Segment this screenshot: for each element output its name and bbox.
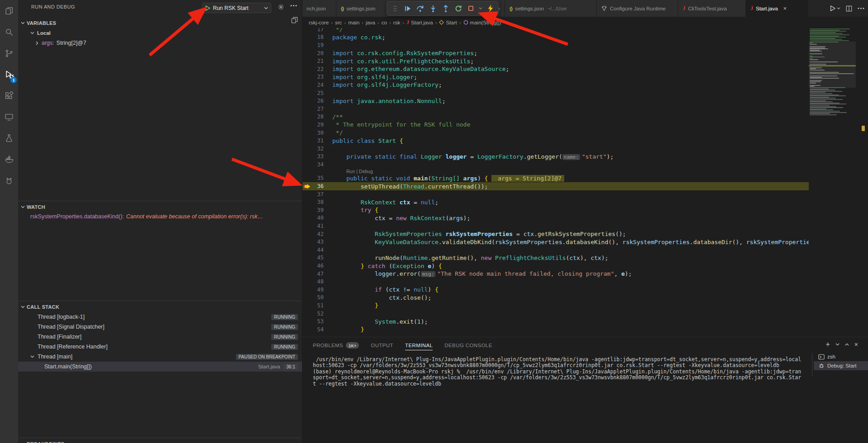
activity-bar-item-search[interactable] [0, 21, 18, 42]
code-line-26[interactable]: 26import javax.annotation.Nonnull; [302, 97, 809, 105]
chevron-right-icon[interactable] [36, 41, 38, 45]
code-line-48[interactable]: 48 [302, 278, 809, 286]
tab-clitoolstest-java[interactable]: JCliToolsTest.java [678, 0, 746, 17]
breadcrumb-item[interactable]: src [335, 20, 342, 25]
code-line-21[interactable]: 21import co.rsk.util.PreflightChecksUtil… [302, 57, 809, 65]
code-line-27[interactable]: 27 [302, 105, 809, 113]
panel-tab-debug-console[interactable]: DEBUG CONSOLE [444, 343, 492, 350]
variable-args[interactable]: args: String[2]@7 [18, 38, 302, 48]
activity-bar-item-remote-explorer[interactable] [0, 106, 18, 127]
code-line-45[interactable]: 45 runNode(Runtime.getRuntime(), new Pre… [302, 254, 809, 262]
code-line-44[interactable]: 44 [302, 246, 809, 254]
variables-scope-local[interactable]: Local [18, 28, 302, 38]
call-stack-thread[interactable]: Thread [main]PAUSED ON BREAKPOINT [18, 352, 302, 362]
breadcrumb-item[interactable]: rsk [393, 20, 400, 25]
code-line-49[interactable]: 49 if (ctx != null) { [302, 286, 809, 294]
code-line-28[interactable]: 28/** [302, 113, 809, 121]
split-editor-icon[interactable] [846, 5, 852, 12]
activity-bar-item-docker[interactable] [0, 149, 18, 170]
call-stack-thread[interactable]: Thread [Finalizer]RUNNING [18, 332, 302, 342]
variables-section-header[interactable]: VARIABLES [18, 18, 302, 28]
breadcrumb-item[interactable]: main(String[]) [463, 20, 501, 25]
call-stack-section-header[interactable]: CALL STACK [18, 302, 302, 312]
activity-bar-item-pets[interactable] [0, 170, 18, 191]
call-stack-frame[interactable]: Start.main(String[])Start.java36:1 [18, 362, 302, 372]
breadcrumb-item[interactable]: co [382, 20, 387, 25]
code-line-53[interactable]: 53 System.exit(1); [302, 317, 809, 325]
code-line-38[interactable]: 38 RskContext ctx = null; [302, 198, 809, 206]
run-config-dropdown[interactable]: Run RSK Start [202, 3, 271, 13]
panel-tab-output[interactable]: OUTPUT [371, 343, 393, 350]
breakpoints-section-header[interactable]: BREAKPOINTS [18, 439, 302, 443]
code-line-25[interactable]: 25 [302, 89, 809, 97]
code-line-18[interactable]: 18package co.rsk; [302, 33, 809, 42]
code-line-35[interactable]: 35 public static void main(String[] args… [302, 174, 809, 183]
terminal-list-item-debug-start[interactable]: Debug: Start [814, 361, 868, 370]
tab-configure-java-runtime[interactable]: Configure Java Runtime [597, 0, 678, 17]
chevron-down-icon[interactable] [264, 7, 268, 9]
activity-bar-item-run-and-debug[interactable]: 1 [0, 64, 18, 85]
minimap[interactable] [809, 23, 856, 330]
terminal-output[interactable]: /usr/bin/env /Library/Internet\ Plug-Ins… [313, 357, 811, 442]
code-line-36[interactable]: 36 setUpThread(Thread.currentThread()); [302, 182, 809, 190]
activity-bar-item-explorer[interactable] [0, 0, 18, 21]
start-debug-icon[interactable] [205, 5, 210, 11]
tab-settings-json[interactable]: {}settings.json~/.../User [505, 0, 597, 17]
code-line-22[interactable]: 22import org.ethereum.datasource.KeyValu… [302, 65, 809, 73]
views-more-icon[interactable] [290, 5, 297, 7]
activity-bar-item-extensions[interactable] [0, 85, 18, 106]
paused-breakpoint-icon[interactable] [303, 184, 311, 189]
call-stack-thread[interactable]: Thread [logback-1]RUNNING [18, 312, 302, 322]
code-line-31[interactable]: 31public class Start { [302, 137, 809, 145]
terminal-dropdown-icon[interactable] [835, 343, 840, 346]
breadcrumb-item[interactable]: JStart.java [406, 19, 433, 26]
more-actions-icon[interactable] [858, 7, 864, 9]
continue-button[interactable] [402, 3, 413, 14]
breadcrumb-item[interactable]: main [348, 20, 359, 25]
maximize-panel-icon[interactable] [845, 343, 849, 346]
code-line-47[interactable]: 47 logger.error(msg:"The RSK node main t… [302, 270, 809, 278]
code-line-29[interactable]: 29 * The entrypoint for the RSK full nod… [302, 121, 809, 129]
code-line-23[interactable]: 23import org.slf4j.Logger; [302, 73, 809, 81]
restart-button[interactable] [453, 3, 464, 14]
watch-expression-row[interactable]: rskSystemProperties.databaseKind(): Cann… [18, 212, 302, 222]
code-line-37[interactable]: 37 [302, 190, 809, 198]
code-line-33[interactable]: 33 private static final Logger logger = … [302, 153, 809, 161]
watch-section-header[interactable]: WATCH [18, 202, 302, 212]
breadcrumb-item[interactable]: java [366, 20, 375, 25]
code-line-20[interactable]: 20import co.rsk.config.RskSystemProperti… [302, 49, 809, 57]
code-line-30[interactable]: 30 */ [302, 129, 809, 137]
code-line-46[interactable]: 46 } catch (Exception e) { [302, 262, 809, 270]
new-terminal-icon[interactable]: + [826, 341, 830, 348]
stop-dropdown-chevron-icon[interactable] [478, 3, 483, 14]
call-stack-thread[interactable]: Thread [Signal Dispatcher]RUNNING [18, 322, 302, 332]
minimap-slider[interactable] [809, 42, 856, 88]
codelens-run-debug[interactable]: Run | Debug [302, 169, 809, 174]
step-out-button[interactable] [440, 3, 451, 14]
code-line-41[interactable]: 41 [302, 222, 809, 230]
code-line-34[interactable]: 34 [302, 160, 809, 169]
stop-button[interactable] [465, 3, 476, 14]
breadcrumb[interactable]: rskj-core›src›main›java›co›rsk›JStart.ja… [302, 17, 868, 28]
run-file-button[interactable] [830, 5, 840, 11]
code-line-32[interactable]: 32 [302, 145, 809, 153]
code-line-43[interactable]: 43 KeyValueDataSource.validateDbKind(rsk… [302, 238, 809, 246]
panel-tab-problems[interactable]: PROBLEMS1K+ [313, 342, 359, 350]
code-editor[interactable]: 17 */18package co.rsk;1920import co.rsk.… [302, 25, 809, 337]
code-line-24[interactable]: 24import org.slf4j.LoggerFactory; [302, 81, 809, 89]
terminal-list-item-zsh[interactable]: zsh [814, 352, 868, 361]
tab-start-java[interactable]: JStart.java× [746, 0, 808, 17]
code-line-42[interactable]: 42 RskSystemProperties rskSystemProperti… [302, 230, 809, 238]
breakpoint-gutter[interactable] [302, 184, 312, 189]
breadcrumb-item[interactable]: Start [439, 20, 457, 25]
code-line-19[interactable]: 19 [302, 41, 809, 49]
activity-bar-item-testing[interactable] [0, 127, 18, 149]
code-line-39[interactable]: 39 try { [302, 206, 809, 214]
code-line-50[interactable]: 50 ctx.close(); [302, 294, 809, 302]
close-panel-icon[interactable]: × [854, 341, 858, 348]
call-stack-thread[interactable]: Thread [Reference Handler]RUNNING [18, 342, 302, 352]
step-over-button[interactable] [415, 3, 426, 14]
code-line-52[interactable]: 52 [302, 310, 809, 318]
debug-settings-gear-icon[interactable] [278, 4, 284, 10]
panel-tab-terminal[interactable]: TERMINAL [405, 343, 433, 350]
